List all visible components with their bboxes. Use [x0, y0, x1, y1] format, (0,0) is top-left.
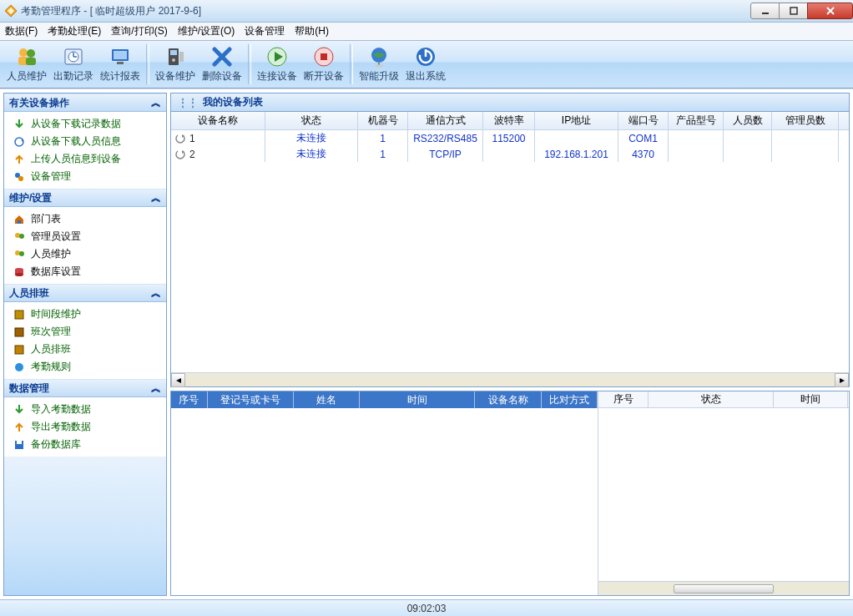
nav-label: 从设备下载记录数据 [31, 117, 121, 131]
nav-rules[interactable]: 考勤规则 [4, 358, 166, 376]
records-empty [171, 408, 598, 595]
toolbar-divider [248, 44, 251, 84]
cell-model [669, 146, 724, 162]
tb-stats[interactable]: 统计报表 [97, 43, 144, 86]
panel-header-device-ops[interactable]: 有关设备操作︽ [4, 93, 166, 112]
col-compare[interactable]: 比对方式 [542, 391, 598, 408]
scroll-right-icon[interactable]: ▸ [835, 373, 849, 387]
scroll-thumb[interactable] [674, 584, 774, 593]
panel-header-maintain[interactable]: 维护/设置︽ [4, 189, 166, 207]
col-time[interactable]: 时间 [360, 391, 476, 408]
stop-icon [312, 45, 336, 68]
svg-rect-47 [15, 346, 23, 354]
col-status[interactable]: 状态 [649, 391, 774, 407]
menu-data[interactable]: 数据(F) [5, 24, 38, 38]
nav-personnel-maintain[interactable]: 人员维护 [4, 245, 166, 263]
grid-header: 设备名称 状态 机器号 通信方式 波特率 IP地址 端口号 产品型号 人员数 管… [171, 112, 849, 130]
nav-upload-users[interactable]: 上传人员信息到设备 [4, 150, 166, 168]
col-seq[interactable]: 序号 [171, 391, 208, 408]
scroll-track[interactable] [185, 373, 835, 387]
device-grid: 设备名称 状态 机器号 通信方式 波特率 IP地址 端口号 产品型号 人员数 管… [170, 112, 850, 387]
table-row[interactable]: 1 未连接 1 RS232/RS485 115200 COM1 [171, 130, 849, 146]
nav-schedule[interactable]: 人员排班 [4, 341, 166, 358]
tb-upgrade-label: 智能升级 [359, 69, 399, 83]
col-model[interactable]: 产品型号 [669, 112, 724, 129]
cell-name: 1 [171, 130, 265, 146]
menu-maintain[interactable]: 维护/设置(O) [178, 24, 235, 38]
col-device-name[interactable]: 设备名称 [171, 112, 265, 129]
nav-export[interactable]: 导出考勤数据 [4, 418, 166, 436]
svg-point-7 [27, 49, 35, 58]
tb-disconnect[interactable]: 断开设备 [300, 43, 347, 86]
nav-label: 人员维护 [31, 247, 71, 261]
col-baud[interactable]: 波特率 [483, 112, 535, 129]
nav-label: 数据库设置 [31, 265, 81, 279]
nav-download-users[interactable]: 从设备下载人员信息 [4, 133, 166, 150]
panel-header-data[interactable]: 数据管理︽ [4, 379, 166, 397]
circle-icon [13, 361, 26, 374]
status-scrollbar[interactable] [598, 581, 849, 595]
cell-machine: 1 [358, 130, 408, 146]
col-status[interactable]: 状态 [265, 112, 358, 129]
scroll-left-icon[interactable]: ◂ [171, 373, 185, 387]
toolbar: 人员维护 出勤记录 统计报表 设备维护 删除设备 连接设备 断开设备 智能升级 … [0, 41, 853, 88]
tb-attendance-label: 出勤记录 [53, 69, 93, 83]
nav-backup[interactable]: 备份数据库 [4, 436, 166, 453]
col-machine[interactable]: 机器号 [358, 112, 408, 129]
tb-personnel[interactable]: 人员维护 [3, 43, 50, 86]
tb-connect[interactable]: 连接设备 [254, 43, 300, 86]
cell-comm: RS232/RS485 [408, 130, 483, 146]
tb-exit[interactable]: 退出系统 [402, 43, 449, 86]
col-admins[interactable]: 管理员数 [772, 112, 839, 129]
svg-point-29 [375, 65, 383, 68]
table-row[interactable]: 2 未连接 1 TCP/IP 192.168.1.201 4370 [171, 146, 849, 162]
panel-body: 时间段维护 班次管理 人员排班 考勤规则 [4, 302, 166, 379]
tb-attendance[interactable]: 出勤记录 [50, 43, 97, 86]
chevron-up-icon: ︽ [151, 96, 161, 110]
col-card[interactable]: 登记号或卡号 [208, 391, 294, 408]
nav-download-records[interactable]: 从设备下载记录数据 [4, 115, 166, 133]
users-icon [13, 230, 26, 244]
nav-department[interactable]: 部门表 [4, 210, 166, 228]
panel-title: 人员排班 [9, 286, 49, 300]
menu-help[interactable]: 帮助(H) [295, 24, 329, 38]
cell-port: 4370 [618, 146, 669, 162]
tb-exit-label: 退出系统 [406, 69, 446, 83]
status-header: 序号 状态 时间 [598, 391, 849, 408]
tb-upgrade[interactable]: 智能升级 [356, 43, 402, 86]
col-ip[interactable]: IP地址 [535, 112, 618, 129]
horizontal-scrollbar[interactable]: ◂ ▸ [171, 372, 849, 386]
nav-device-manage[interactable]: 设备管理 [4, 168, 166, 185]
tab-device-list[interactable]: 我的设备列表 [203, 95, 263, 109]
status-bar: 09:02:03 [0, 599, 853, 616]
nav-shift[interactable]: 班次管理 [4, 323, 166, 341]
tb-device-maintain[interactable]: 设备维护 [152, 43, 199, 86]
tb-delete-device[interactable]: 删除设备 [199, 43, 245, 86]
nav-timeslot[interactable]: 时间段维护 [4, 305, 166, 323]
title-bar: 考勤管理程序 - [ 临时超级用户 2017-9-6] [0, 0, 853, 23]
menu-query[interactable]: 查询/打印(S) [111, 24, 167, 38]
close-button[interactable] [807, 3, 853, 19]
nav-import[interactable]: 导入考勤数据 [4, 401, 166, 418]
export-icon [13, 421, 26, 434]
menu-process[interactable]: 考勤处理(E) [48, 24, 101, 38]
col-time[interactable]: 时间 [774, 391, 848, 407]
col-comm[interactable]: 通信方式 [408, 112, 483, 129]
minimize-button[interactable] [750, 3, 780, 19]
cell-model [669, 130, 724, 146]
menu-device[interactable]: 设备管理 [245, 24, 285, 38]
col-seq[interactable]: 序号 [598, 391, 649, 407]
col-port[interactable]: 端口号 [618, 112, 669, 129]
gear-icon [13, 170, 26, 184]
maximize-button[interactable] [779, 3, 808, 19]
nav-database-settings[interactable]: 数据库设置 [4, 263, 166, 280]
col-users[interactable]: 人员数 [724, 112, 772, 129]
chevron-up-icon: ︽ [151, 381, 161, 396]
power-icon [414, 45, 437, 68]
panel-title: 有关设备操作 [9, 96, 69, 110]
col-name[interactable]: 姓名 [294, 391, 360, 408]
panel-title: 维护/设置 [9, 191, 52, 205]
panel-header-schedule[interactable]: 人员排班︽ [4, 284, 166, 302]
col-device[interactable]: 设备名称 [475, 391, 541, 408]
nav-admin-settings[interactable]: 管理员设置 [4, 228, 166, 245]
